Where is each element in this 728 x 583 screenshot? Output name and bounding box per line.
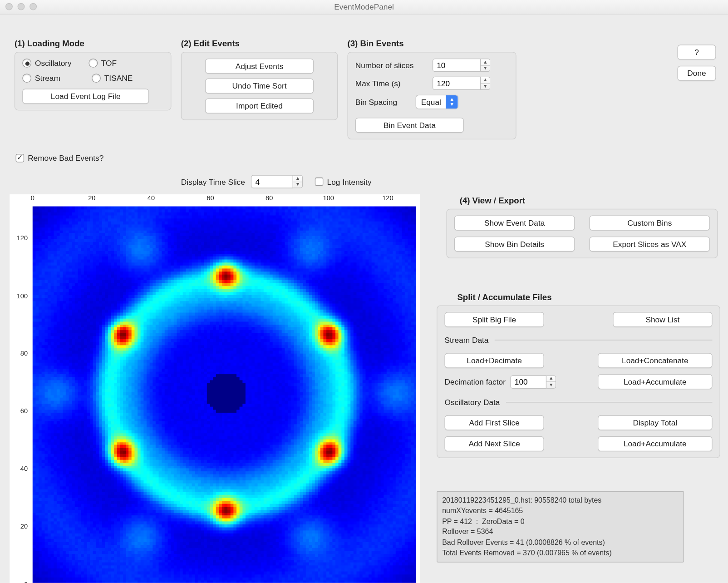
radio-dot-icon — [89, 59, 98, 68]
radio-label: Oscillatory — [35, 59, 72, 68]
decimation-factor-label: Decimation factor — [444, 377, 505, 386]
oscillatory-data-label: Oscillatory Data — [444, 398, 500, 407]
radio-label: TISANE — [104, 74, 133, 83]
stream-data-label: Stream Data — [444, 336, 488, 345]
divider-line — [495, 340, 713, 340]
add-next-slice-button[interactable]: Add Next Slice — [444, 436, 544, 451]
add-first-slice-button[interactable]: Add First Slice — [444, 415, 544, 430]
display-time-slice-stepper[interactable]: ▲▼ — [251, 175, 303, 188]
checkbox-label: Remove Bad Events? — [28, 153, 103, 163]
radio-label: TOF — [101, 59, 117, 68]
radio-tof[interactable]: TOF — [89, 59, 117, 68]
split-big-file-button[interactable]: Split Big File — [444, 312, 544, 327]
checkbox-icon — [16, 153, 25, 162]
chevron-up-icon[interactable]: ▲ — [481, 59, 490, 65]
bin-spacing-value: Equal — [416, 98, 446, 107]
updown-caret-icon: ▲▼ — [446, 95, 458, 109]
radio-oscillatory[interactable]: Oscillatory — [22, 59, 72, 68]
done-button[interactable]: Done — [677, 66, 716, 81]
radio-dot-icon — [92, 74, 101, 83]
view-export-title: (4) View / Export — [460, 196, 718, 205]
window-controls[interactable] — [5, 3, 37, 10]
load-accumulate-stream-button[interactable]: Load+Accumulate — [598, 374, 713, 389]
chevron-down-icon[interactable]: ▼ — [293, 182, 302, 188]
y-axis-ticks: 0 20 40 60 80 100 120 — [10, 209, 30, 583]
help-button[interactable]: ? — [677, 44, 716, 59]
minimize-icon[interactable] — [18, 3, 25, 10]
radio-dot-icon — [22, 59, 31, 68]
bin-events-title: (3) Bin Events — [348, 39, 516, 48]
split-accumulate-title: Split / Accumulate Files — [457, 292, 720, 301]
divider-line — [506, 402, 713, 402]
export-slices-vax-button[interactable]: Export Slices as VAX — [589, 237, 710, 252]
num-slices-label: Number of slices — [355, 61, 428, 70]
show-list-button[interactable]: Show List — [613, 312, 712, 327]
remove-bad-events-checkbox[interactable]: Remove Bad Events? — [16, 153, 104, 163]
close-icon[interactable] — [5, 3, 13, 10]
bin-spacing-select[interactable]: Equal ▲▼ — [416, 95, 459, 109]
chevron-down-icon[interactable]: ▼ — [481, 84, 490, 89]
radio-label: Stream — [35, 74, 60, 83]
load-event-log-button[interactable]: Load Event Log File — [22, 89, 149, 104]
radio-stream[interactable]: Stream — [22, 74, 60, 83]
show-event-data-button[interactable]: Show Event Data — [454, 215, 575, 230]
show-bin-details-button[interactable]: Show Bin Details — [454, 237, 575, 252]
decimation-factor-stepper[interactable]: ▲▼ — [511, 375, 556, 388]
import-edited-button[interactable]: Import Edited — [205, 99, 314, 114]
decimation-factor-input[interactable] — [511, 375, 547, 388]
heatmap-canvas — [33, 207, 416, 583]
status-output: 20180119223451295_0.hst: 90558240 total … — [437, 491, 684, 563]
chevron-up-icon[interactable]: ▲ — [293, 176, 302, 182]
max-time-input[interactable] — [433, 77, 481, 90]
zoom-icon[interactable] — [30, 3, 37, 10]
max-time-stepper[interactable]: ▲▼ — [433, 77, 491, 90]
max-time-label: Max Time (s) — [355, 79, 428, 88]
radio-dot-icon — [22, 74, 31, 83]
num-slices-stepper[interactable]: ▲▼ — [433, 59, 491, 72]
adjust-events-button[interactable]: Adjust Events — [205, 59, 314, 74]
chevron-down-icon[interactable]: ▼ — [481, 65, 490, 71]
load-concatenate-button[interactable]: Load+Concatenate — [598, 353, 713, 368]
titlebar: EventModePanel — [0, 0, 728, 15]
window-title: EventModePanel — [0, 2, 728, 11]
bin-spacing-label: Bin Spacing — [355, 98, 411, 107]
detector-heatmap-plot: 0 20 40 60 80 100 120 0 20 40 60 80 100 … — [10, 194, 420, 583]
custom-bins-button[interactable]: Custom Bins — [589, 215, 710, 230]
checkbox-label: Log Intensity — [327, 177, 372, 186]
num-slices-input[interactable] — [433, 59, 481, 72]
load-accumulate-osc-button[interactable]: Load+Accumulate — [598, 436, 713, 451]
edit-events-title: (2) Edit Events — [181, 39, 338, 48]
load-decimate-button[interactable]: Load+Decimate — [444, 353, 544, 368]
bin-event-data-button[interactable]: Bin Event Data — [355, 118, 464, 133]
checkbox-icon — [315, 178, 324, 186]
chevron-up-icon[interactable]: ▲ — [546, 375, 556, 382]
display-total-button[interactable]: Display Total — [598, 415, 713, 430]
display-time-slice-label: Display Time Slice — [181, 177, 245, 186]
log-intensity-checkbox[interactable]: Log Intensity — [315, 177, 372, 186]
chevron-down-icon[interactable]: ▼ — [546, 382, 556, 388]
display-time-slice-input[interactable] — [251, 175, 293, 188]
x-axis-ticks: 0 20 40 60 80 100 120 — [33, 194, 418, 203]
undo-time-sort-button[interactable]: Undo Time Sort — [205, 79, 314, 94]
radio-tisane[interactable]: TISANE — [92, 74, 133, 83]
chevron-up-icon[interactable]: ▲ — [481, 77, 490, 84]
loading-mode-title: (1) Loading Mode — [15, 39, 172, 48]
